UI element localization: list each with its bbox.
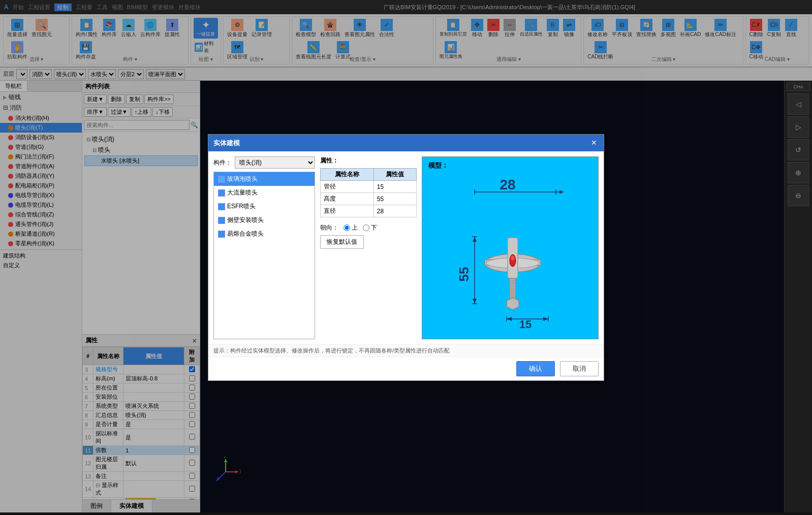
- modal-comp-label: 构件：: [213, 158, 232, 167]
- modal-attr-row-3: 直径 28: [321, 205, 417, 217]
- svg-text:15: 15: [519, 318, 532, 331]
- svg-marker-35: [473, 299, 477, 304]
- svg-marker-29: [507, 298, 519, 310]
- svg-text:55: 55: [456, 267, 472, 282]
- comp-list-item-1[interactable]: 玻璃泡喷头: [214, 172, 315, 186]
- modal-close-btn[interactable]: ×: [589, 138, 599, 148]
- modal-model-preview: 模型： 28: [422, 156, 599, 339]
- radio-down[interactable]: [363, 224, 369, 231]
- modal-cancel-btn[interactable]: 取消: [560, 361, 599, 376]
- modal-hint: 提示：构件经过实体模型选择、修改操作后，将进行锁定，不再跟随各称/类型属性进行自…: [208, 344, 604, 357]
- btn-restore-default[interactable]: 恢复默认值: [320, 235, 364, 249]
- sprinkler-diagram: 28: [424, 162, 597, 334]
- modal-comp-list: 玻璃泡喷头 大流量喷头 ESFR喷头 侧壁安装喷头: [213, 172, 315, 339]
- comp-list-item-4[interactable]: 侧壁安装喷头: [214, 213, 315, 227]
- comp-list-item-5[interactable]: 易熔合金喷头: [214, 227, 315, 241]
- comp-list-item-2[interactable]: 大流量喷头: [214, 186, 315, 200]
- svg-text:28: 28: [499, 177, 515, 192]
- modal-confirm-btn[interactable]: 确认: [516, 361, 555, 376]
- svg-marker-13: [559, 190, 564, 194]
- modal-overlay: 实体建模 × 构件： 喷头(消) 玻璃泡喷头: [0, 0, 812, 515]
- svg-point-20: [511, 255, 515, 261]
- modal-model-title: 模型：: [428, 161, 448, 170]
- modal-title: 实体建模: [213, 139, 240, 148]
- modal-attr-title: 属性：: [320, 156, 417, 165]
- comp-list-item-3[interactable]: ESFR喷头: [214, 200, 315, 213]
- radio-up[interactable]: [343, 224, 350, 231]
- modal-body: 构件： 喷头(消) 玻璃泡喷头 大流量喷头: [208, 151, 604, 344]
- modal-comp-select[interactable]: 喷头(消): [235, 156, 315, 169]
- svg-marker-41: [543, 317, 548, 321]
- modal-actions: 确认 取消: [208, 357, 604, 380]
- modal-attr-table: 属性名称 属性值 管径 15 高度 55: [320, 168, 417, 217]
- svg-marker-40: [507, 317, 512, 321]
- modal-attr-row-2: 高度 55: [321, 193, 417, 205]
- modal-direction: 朝向： 上 下: [320, 223, 417, 232]
- modal-left-panel: 构件： 喷头(消) 玻璃泡喷头 大流量喷头: [213, 156, 315, 339]
- svg-marker-34: [473, 237, 477, 242]
- modal-dialog: 实体建模 × 构件： 喷头(消) 玻璃泡喷头: [208, 134, 604, 381]
- modal-center-panel: 属性： 属性名称 属性值 管径 15 高度: [320, 156, 417, 339]
- modal-titlebar: 实体建模 ×: [208, 135, 604, 151]
- modal-attr-row-1: 管径 15: [321, 181, 417, 193]
